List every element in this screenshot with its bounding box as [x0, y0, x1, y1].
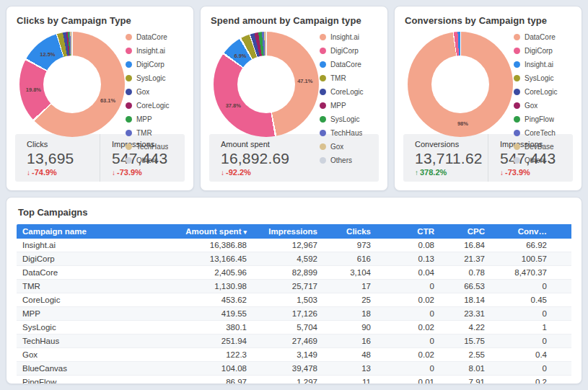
stat-delta: ↓-73.9% — [500, 168, 569, 177]
table-row: MPP419.5517,12618023.310null0 — [17, 307, 571, 321]
legend-item[interactable]: MPP — [126, 112, 185, 126]
legend-color-dot-icon — [514, 116, 520, 123]
donut-chart[interactable]: 47.1%37.8%6.9% — [214, 32, 319, 137]
legend-color-dot-icon — [320, 116, 326, 123]
value-cell: 0 — [491, 307, 553, 321]
legend-color-dot-icon — [320, 61, 326, 68]
legend-item[interactable]: PingFlow — [514, 112, 573, 126]
legend-label: PingFlow — [525, 115, 554, 123]
legend-label: Insight.ai — [330, 33, 359, 41]
column-header[interactable]: Cost pe… — [553, 224, 571, 239]
value-cell: null — [553, 307, 571, 321]
value-cell: 0.4 — [491, 348, 553, 362]
legend-item[interactable]: DigiCorp — [320, 44, 379, 58]
column-header[interactable]: Amount spent▾ — [162, 224, 253, 239]
legend-label: DigiCorp — [525, 47, 553, 55]
legend-item[interactable]: TMR — [126, 126, 185, 140]
legend-item[interactable]: DataCore — [126, 30, 185, 44]
value-cell: 1,503 — [253, 293, 323, 307]
value-cell: 616 — [323, 252, 377, 266]
legend-item[interactable]: Others — [126, 154, 185, 167]
value-cell: 419.55 — [162, 307, 253, 321]
legend-item[interactable]: Gox — [320, 140, 379, 154]
legend-item[interactable]: TMR — [320, 71, 379, 85]
donut-chart[interactable]: 63.1%19.8%12.5% — [19, 32, 125, 137]
donut-slice-label: 37.8% — [226, 102, 241, 108]
value-cell: 0.02 — [377, 293, 440, 307]
column-header[interactable]: CPC — [440, 224, 491, 239]
donut-chart[interactable]: 98% — [408, 32, 513, 137]
legend-item[interactable]: TechHaus — [320, 126, 379, 140]
legend-color-dot-icon — [126, 102, 132, 109]
legend-color-dot-icon — [514, 89, 520, 95]
legend-color-dot-icon — [514, 34, 520, 40]
value-cell: 66.53 — [440, 280, 491, 293]
value-cell: 16,386.88 — [162, 239, 253, 252]
value-cell: 0 — [377, 362, 440, 376]
legend-color-dot-icon — [320, 157, 326, 164]
legend-item[interactable]: DigiCorp — [514, 44, 573, 58]
value-cell: 0.02 — [377, 321, 440, 334]
column-header[interactable]: Conv… — [491, 224, 553, 239]
legend-item[interactable]: Insight.ai — [514, 58, 573, 71]
campaign-name-cell: PingFlow — [17, 376, 162, 384]
legend-color-dot-icon — [320, 130, 326, 136]
legend-color-dot-icon — [320, 102, 326, 109]
value-cell: 0 — [377, 334, 440, 348]
value-cell: 0 — [377, 307, 440, 321]
legend-label: Gox — [525, 102, 537, 110]
legend-item[interactable]: MPP — [320, 99, 379, 112]
legend-item[interactable]: DataCore — [514, 30, 573, 44]
legend-item[interactable]: DataCore — [320, 58, 379, 71]
campaign-name-cell: DataCore — [17, 266, 162, 280]
chart-legend: Insight.aiDigiCorpDataCoreTMRCoreLogicMP… — [320, 30, 379, 167]
value-cell: 104.08 — [162, 362, 253, 376]
legend-item[interactable]: SysLogic — [126, 71, 185, 85]
legend-item[interactable]: Insight.ai — [126, 44, 185, 58]
legend-item[interactable]: SysLogic — [320, 112, 379, 126]
column-header[interactable]: CTR — [377, 224, 440, 239]
value-cell: 7.91 — [440, 376, 491, 384]
stat-value: 13,695 — [27, 150, 95, 167]
legend-item[interactable]: Gox — [514, 99, 573, 112]
legend-item[interactable]: Others — [514, 154, 573, 167]
value-cell: 244.87 — [553, 239, 571, 252]
table-row: DigiCorp13,166.454,5926160.1321.37100.57… — [17, 252, 571, 266]
legend-item[interactable]: CoreTech — [514, 126, 573, 140]
value-cell: 0 — [377, 280, 440, 293]
campaign-name-cell: Gox — [17, 348, 162, 362]
legend-color-dot-icon — [126, 143, 132, 150]
sort-desc-icon: ▾ — [243, 229, 247, 236]
legend-color-dot-icon — [320, 34, 326, 40]
legend-item[interactable]: Others — [320, 154, 379, 167]
legend-item[interactable]: DigiCorp — [126, 58, 185, 71]
legend-item[interactable]: CoreLogic — [126, 99, 185, 112]
legend-label: DataCore — [525, 33, 556, 41]
legend-item[interactable]: TechHaus — [126, 140, 185, 154]
legend-item[interactable]: Insight.ai — [320, 30, 379, 44]
legend-label: SysLogic — [525, 74, 554, 82]
value-cell: null — [553, 280, 571, 293]
legend-item[interactable]: SysLogic — [514, 71, 573, 85]
column-header[interactable]: Impressions — [253, 224, 323, 239]
legend-item[interactable]: CoreLogic — [514, 85, 573, 99]
campaign-name-cell: TechHaus — [17, 334, 162, 348]
legend-item[interactable]: CoreLogic — [320, 85, 379, 99]
donut-slice-label: 63.1% — [100, 97, 115, 103]
trend-down-icon: ↓ — [221, 169, 224, 177]
value-cell: 251.94 — [162, 334, 253, 348]
legend-item[interactable]: DevBase — [514, 140, 573, 154]
value-cell: 48 — [323, 348, 377, 362]
legend-color-dot-icon — [126, 48, 132, 54]
legend-label: Gox — [330, 143, 343, 151]
legend-color-dot-icon — [126, 130, 132, 136]
legend-color-dot-icon — [514, 157, 520, 164]
campaign-name-cell: BlueCanvas — [17, 362, 162, 376]
column-header[interactable]: Campaign name — [17, 224, 162, 239]
dashboard-page: Clicks by Campaign Type 63.1%19.8%12.5% … — [0, 0, 588, 390]
value-cell: 3,149 — [253, 348, 323, 362]
column-header[interactable]: Clicks — [323, 224, 377, 239]
value-cell: 305.75 — [553, 348, 571, 362]
legend-item[interactable]: Gox — [126, 85, 185, 99]
table-row: BlueCanvas104.0839,4781308.010null0 — [17, 362, 571, 376]
